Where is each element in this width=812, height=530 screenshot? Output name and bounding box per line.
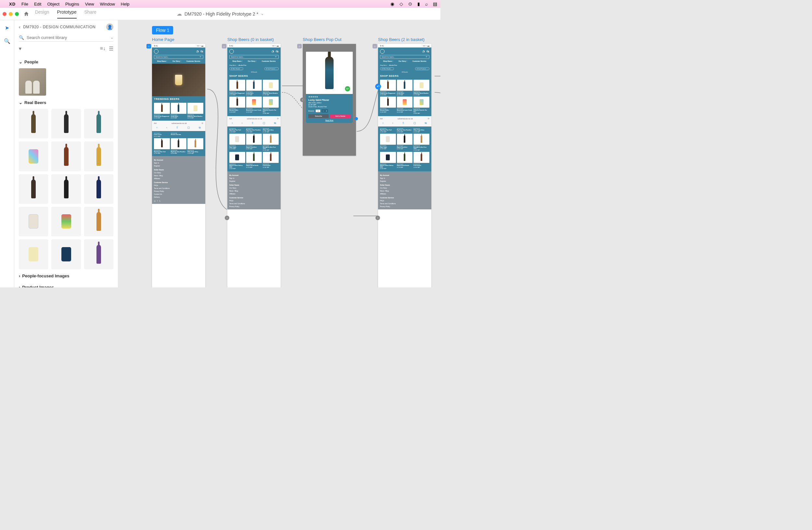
add-to-basket-button[interactable]: Add to Basket xyxy=(330,114,350,118)
connector-node[interactable]: › xyxy=(300,98,305,102)
asset-beer[interactable] xyxy=(19,109,48,138)
play-icon[interactable]: ⊙ xyxy=(408,1,412,6)
instagram-icon[interactable]: ◫ xyxy=(154,200,156,202)
artboard-shop-2[interactable]: ⌂ ↶ 9:41••• ⏦ ▬ ◔🛍 Search for beers...🔍 … xyxy=(378,44,431,288)
user-avatar[interactable]: 👤 xyxy=(106,24,113,31)
asset-beer[interactable] xyxy=(19,141,48,171)
tab-design[interactable]: Design xyxy=(35,10,49,18)
filter-icon[interactable]: ▾ xyxy=(19,45,21,52)
filter-button[interactable]: ⊕Filter Results⌄ xyxy=(229,67,243,70)
sort-icon[interactable]: ≡↓ xyxy=(100,45,105,52)
document-title[interactable]: ☁ DM7920 - High Fidelity Prototype 2 * ⌄ xyxy=(177,11,264,17)
section-real-beers[interactable]: Real Beers xyxy=(24,100,46,105)
section-people-focused[interactable]: People-focused Images xyxy=(22,274,69,278)
section-product-images[interactable]: Product Images xyxy=(22,285,54,288)
artboard-home[interactable]: ⌂ 9:41••• ⏦ ▬ ◔🛍 Search for beers...🔍 Sh… xyxy=(152,44,205,288)
artboard-label[interactable]: Home Page xyxy=(152,37,205,42)
increment-button[interactable]: + xyxy=(325,109,328,112)
fullscreen-window[interactable] xyxy=(15,12,19,16)
home-icon[interactable] xyxy=(24,11,29,17)
chevron-down-icon[interactable]: ⌄ xyxy=(19,100,23,105)
connector-node[interactable]: › xyxy=(376,215,380,220)
asset-beer[interactable] xyxy=(51,174,81,204)
asset-beer[interactable] xyxy=(51,239,81,268)
library-search-input[interactable] xyxy=(27,35,111,40)
quantity-input[interactable]: 1 xyxy=(316,110,321,112)
asset-people-photo[interactable] xyxy=(19,68,46,96)
search-tool-icon[interactable]: 🔍 xyxy=(4,38,10,44)
home-marker[interactable]: ⌂ xyxy=(297,44,302,48)
artboard-label[interactable]: Shop Beers (2 in basket) xyxy=(378,37,431,42)
asset-beer[interactable] xyxy=(84,141,113,171)
reload-icon[interactable]: ⟳ xyxy=(202,122,203,124)
asset-beer[interactable] xyxy=(84,239,113,268)
chevron-right-icon[interactable]: › xyxy=(19,274,20,278)
connector-node[interactable]: › xyxy=(225,215,229,220)
view-menu[interactable]: View xyxy=(85,2,94,6)
mode-tabs: Design Prototype Share xyxy=(35,10,97,18)
twitter-icon[interactable]: 𝕏 xyxy=(159,200,160,202)
sort-button[interactable]: ⊕Sort Products⌄ xyxy=(264,67,279,70)
edit-menu[interactable]: Edit xyxy=(34,2,41,6)
select-tool-icon[interactable]: ➤ xyxy=(5,25,9,31)
menu-extra-icon[interactable]: ▤ xyxy=(433,1,437,6)
flow-badge[interactable]: Flow 1 xyxy=(152,26,173,34)
back-icon[interactable]: ‹ xyxy=(19,24,20,30)
basket-icon[interactable]: 🛍 xyxy=(200,50,203,53)
artboard-popout[interactable]: ⌂ GF ★★★★★ Lucky Saint Pilsner ABV 0.5% … xyxy=(303,44,356,156)
facebook-icon[interactable]: f xyxy=(157,200,158,202)
artboard-label[interactable]: Shop Beers Pop Out xyxy=(303,37,356,42)
object-menu[interactable]: Object xyxy=(47,2,59,6)
section-people[interactable]: People xyxy=(24,59,38,65)
cc-icon[interactable]: ◉ xyxy=(390,1,394,6)
close-window[interactable] xyxy=(3,12,6,16)
asset-beer[interactable] xyxy=(19,239,48,268)
asset-beer[interactable] xyxy=(51,207,81,236)
tab-share[interactable]: Share xyxy=(85,10,97,18)
asset-beer[interactable] xyxy=(84,207,113,236)
text-size-icon[interactable]: AA xyxy=(154,122,157,124)
asset-beer[interactable] xyxy=(19,174,48,204)
help-menu[interactable]: Help xyxy=(121,2,130,6)
asset-beer[interactable] xyxy=(51,141,81,171)
subscribe-button[interactable]: Subscribe xyxy=(308,114,329,118)
read-more-link[interactable]: Read More xyxy=(308,119,350,121)
chevron-right-icon[interactable]: › xyxy=(19,285,20,288)
asset-beer[interactable] xyxy=(19,207,48,236)
forward-icon[interactable]: › xyxy=(166,126,167,129)
home-marker[interactable]: ⌂ xyxy=(373,44,377,48)
home-flow-marker[interactable]: ⌂ xyxy=(146,44,151,48)
plugins-menu[interactable]: Plugins xyxy=(65,2,79,6)
window-controls[interactable] xyxy=(3,12,19,16)
tab-prototype[interactable]: Prototype xyxy=(57,10,77,18)
file-menu[interactable]: File xyxy=(21,2,28,6)
library-project-name[interactable]: DM7920 - DESIGN COMMUNICATION xyxy=(23,25,96,29)
window-menu[interactable]: Window xyxy=(100,2,115,6)
connector-node[interactable] xyxy=(355,117,358,120)
brand-logo xyxy=(154,49,159,54)
sync-icon[interactable]: ◇ xyxy=(400,1,403,6)
chevron-down-icon[interactable]: ⌄ xyxy=(261,12,264,16)
home-marker[interactable]: ⌂ xyxy=(222,44,227,48)
search-input[interactable]: Search for beers...🔍 xyxy=(154,55,203,59)
back-icon[interactable]: ‹ xyxy=(157,126,158,129)
library-search[interactable]: 🔍 ⌄ xyxy=(19,34,113,42)
artboard-shop-0[interactable]: ⌂ 9:41••• ⏦ ▬ ◔🛍 Search for beers...🔍 Sh… xyxy=(227,44,281,288)
asset-beer[interactable] xyxy=(84,174,113,204)
share-icon[interactable]: ⇪ xyxy=(176,126,178,129)
tabs-icon[interactable]: ⧉ xyxy=(199,126,201,129)
chevron-down-icon[interactable]: ⌄ xyxy=(111,36,113,40)
asset-beer[interactable] xyxy=(84,109,113,138)
prototype-canvas[interactable]: Flow 1 Home Page ⌂ 9:41••• ⏦ ▬ ◔🛍 xyxy=(118,20,440,288)
asset-beer[interactable] xyxy=(51,109,81,138)
list-view-icon[interactable]: ☰ xyxy=(109,45,113,52)
decrement-button[interactable]: − xyxy=(321,109,325,112)
bluetooth-icon[interactable]: ⌕ xyxy=(425,1,428,6)
back-action-badge[interactable]: ↶ xyxy=(375,84,381,89)
bookmarks-icon[interactable]: ▢ xyxy=(187,126,190,129)
artboard-label[interactable]: Shop Beers (0 in basket) xyxy=(227,37,281,42)
minimize-window[interactable] xyxy=(9,12,13,16)
account-icon[interactable]: ◔ xyxy=(196,50,199,53)
app-menu[interactable]: XD xyxy=(9,2,16,6)
chevron-down-icon[interactable]: ⌄ xyxy=(19,59,23,65)
